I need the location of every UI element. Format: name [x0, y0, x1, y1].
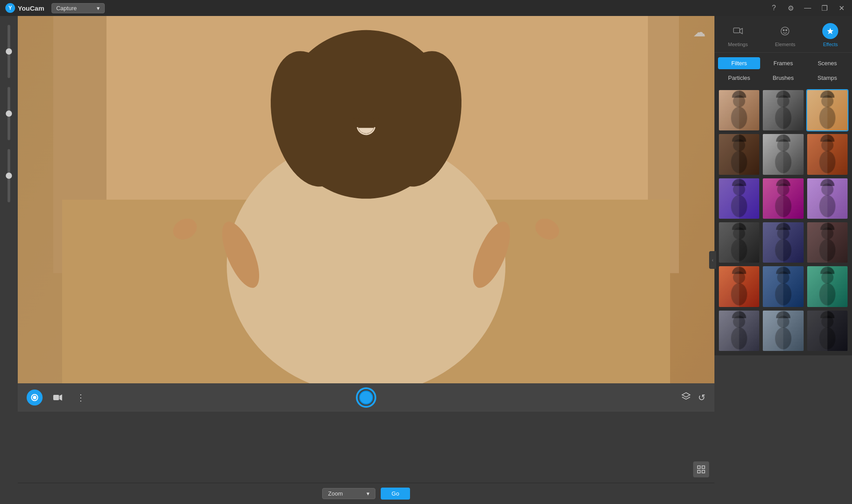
- menu-button[interactable]: ⋮: [73, 390, 89, 406]
- filter-thumbnail-11: [763, 222, 803, 263]
- title-bar-right: ? ⚙ — ❐ ✕: [769, 3, 847, 13]
- menu-dots-icon: ⋮: [76, 392, 85, 403]
- filter-thumbnail-10: [719, 222, 759, 263]
- panel-collapse-button[interactable]: ‹: [709, 251, 716, 269]
- filter-thumbnail-17: [763, 311, 803, 351]
- filter-item-9[interactable]: [806, 177, 848, 220]
- close-icon: ✕: [839, 4, 844, 12]
- zoom-dropdown-arrow: ▾: [367, 490, 370, 497]
- minimize-button[interactable]: —: [802, 3, 813, 13]
- filter-item-6[interactable]: [806, 133, 848, 175]
- zoom-label: Zoom: [328, 490, 343, 497]
- filter-thumbnail-6: [807, 134, 848, 174]
- go-button[interactable]: Go: [381, 488, 410, 500]
- filter-item-8[interactable]: [762, 177, 804, 220]
- slider-saturation[interactable]: [8, 149, 10, 202]
- help-icon: ?: [772, 4, 776, 12]
- main-content: ☁ ⋮: [0, 16, 852, 504]
- capture-dropdown-arrow: ▾: [97, 5, 100, 12]
- layers-button[interactable]: [681, 392, 691, 404]
- tab-stamps[interactable]: Stamps: [806, 72, 848, 84]
- filter-item-12[interactable]: [806, 221, 848, 264]
- filter-item-13[interactable]: [718, 265, 760, 307]
- svg-marker-3: [59, 394, 62, 401]
- slider-contrast-thumb[interactable]: [6, 110, 12, 117]
- capture-dropdown[interactable]: Capture ▾: [51, 3, 105, 13]
- svg-point-1: [33, 396, 36, 399]
- controls-bar: Zoom ▾ Go: [18, 483, 714, 504]
- zoom-dropdown[interactable]: Zoom ▾: [322, 488, 375, 499]
- filter-thumbnail-4: [719, 134, 759, 174]
- undo-icon: ↺: [698, 393, 706, 402]
- filter-item-1[interactable]: [718, 89, 760, 131]
- grid-view-button[interactable]: [693, 461, 709, 477]
- right-panel-wrapper: ‹ Meetings: [714, 16, 852, 504]
- nav-elements[interactable]: Elements: [769, 21, 801, 49]
- filter-item-11[interactable]: [762, 221, 804, 264]
- effects-tabs-row1: Filters Frames Scenes: [714, 53, 852, 71]
- effects-tabs-row2: Particles Brushes Stamps: [714, 71, 852, 86]
- app-name: YouCam: [18, 4, 44, 12]
- filter-item-7[interactable]: [718, 177, 760, 220]
- svg-rect-8: [702, 470, 705, 473]
- svg-rect-2: [53, 395, 59, 400]
- filter-item-5[interactable]: [762, 133, 804, 175]
- video-container: ☁: [18, 16, 714, 383]
- help-button[interactable]: ?: [769, 3, 779, 13]
- tab-brushes[interactable]: Brushes: [762, 72, 804, 84]
- filter-item-17[interactable]: [762, 310, 804, 352]
- tab-particles[interactable]: Particles: [718, 72, 760, 84]
- filter-thumbnail-9: [807, 178, 848, 219]
- slider-brightness-thumb[interactable]: [6, 48, 12, 55]
- video-canvas: [18, 16, 714, 383]
- settings-icon: ⚙: [788, 4, 794, 12]
- toolbar-right: ↺: [681, 392, 706, 404]
- close-button[interactable]: ✕: [836, 3, 847, 13]
- filter-thumbnail-5: [763, 134, 803, 174]
- filter-item-15[interactable]: [806, 265, 848, 307]
- tab-filters[interactable]: Filters: [718, 57, 760, 69]
- lower-panel: [18, 412, 714, 483]
- capture-button[interactable]: [27, 390, 43, 406]
- settings-button[interactable]: ⚙: [785, 3, 796, 13]
- panel-header: Meetings Elements: [714, 16, 852, 53]
- filter-item-4[interactable]: [718, 133, 760, 175]
- restore-button[interactable]: ❐: [819, 3, 830, 13]
- right-panel: Meetings Elements: [714, 16, 852, 355]
- svg-rect-6: [702, 466, 705, 469]
- capture-label: Capture: [56, 5, 77, 12]
- undo-button[interactable]: ↺: [698, 392, 706, 403]
- video-record-button[interactable]: [50, 390, 66, 406]
- nav-effects[interactable]: Effects: [817, 21, 844, 49]
- filter-item-16[interactable]: [718, 310, 760, 352]
- shutter-button[interactable]: [356, 387, 376, 408]
- svg-rect-5: [698, 466, 700, 469]
- nav-meetings[interactable]: Meetings: [723, 21, 753, 49]
- filter-thumbnail-2: [763, 90, 803, 130]
- svg-marker-10: [740, 28, 742, 34]
- tab-frames[interactable]: Frames: [762, 57, 804, 69]
- tab-scenes[interactable]: Scenes: [806, 57, 848, 69]
- filter-item-14[interactable]: [762, 265, 804, 307]
- filter-item-10[interactable]: [718, 221, 760, 264]
- svg-point-12: [783, 30, 785, 31]
- restore-icon: ❐: [821, 4, 828, 12]
- elements-label: Elements: [775, 42, 795, 47]
- filter-thumbnail-16: [719, 311, 759, 351]
- minimize-icon: —: [804, 4, 811, 12]
- filter-thumbnail-14: [763, 266, 803, 307]
- filter-thumbnail-13: [719, 266, 759, 307]
- svg-rect-7: [698, 470, 700, 473]
- filter-item-18[interactable]: [806, 310, 848, 352]
- filter-item-3[interactable]: [806, 89, 848, 131]
- logo-icon: Y: [5, 3, 15, 13]
- camera-area: ☁ ⋮: [18, 16, 714, 504]
- slider-contrast[interactable]: [8, 87, 10, 140]
- meetings-icon: [730, 23, 746, 39]
- slider-saturation-thumb[interactable]: [6, 173, 12, 179]
- slider-brightness[interactable]: [8, 25, 10, 78]
- filter-item-2[interactable]: [762, 89, 804, 131]
- svg-rect-9: [734, 28, 740, 33]
- svg-point-11: [781, 27, 789, 35]
- meetings-label: Meetings: [728, 42, 748, 47]
